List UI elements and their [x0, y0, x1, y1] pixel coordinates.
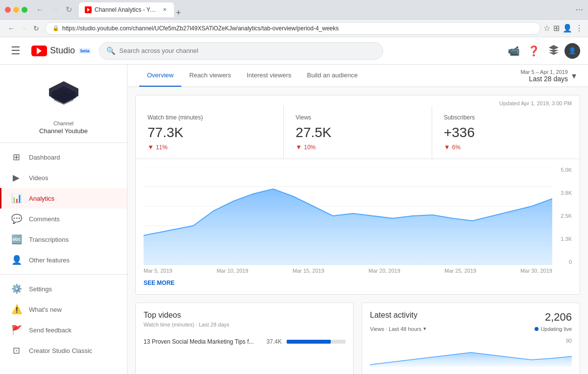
layers-button[interactable] [545, 41, 563, 60]
x-label-2: Mar 10, 2019 [217, 268, 248, 274]
browser-menu-icons: ⋯ [575, 5, 583, 14]
sidebar-item-other[interactable]: 👤 Other features [0, 250, 127, 270]
latest-activity-value: 2,206 [545, 311, 572, 324]
sidebar-channel-info: Channel Channel Youtube [0, 65, 127, 143]
sidebar-label-whats-new: What's new [29, 306, 62, 313]
top-videos-subtitle: Watch time (minutes) · Last 28 days [144, 322, 345, 327]
extensions-button[interactable]: ⊞ [553, 23, 560, 33]
other-icon: 👤 [11, 255, 21, 265]
x-label-3: Mar 15, 2019 [293, 268, 324, 274]
videos-icon: ▶ [11, 172, 21, 183]
stats-cards: Watch time (minutes) 77.3K ▼ 11% Views 2… [136, 106, 580, 159]
addr-back[interactable]: ← [5, 23, 18, 34]
date-range-period: Last 28 days [520, 75, 568, 83]
sidebar-item-analytics[interactable]: 📊 Analytics [0, 188, 127, 209]
latest-activity-header: Latest activity 2,206 [370, 311, 572, 324]
delta-value-watchtime: 11% [156, 144, 168, 151]
help-button[interactable]: ❓ [525, 42, 543, 60]
stat-delta-watchtime: ▼ 11% [147, 143, 271, 151]
sidebar-item-whats-new[interactable]: ⚠️ What's new [0, 299, 127, 320]
tab-interest[interactable]: Interest viewers [239, 65, 299, 87]
stat-card-views: Views 27.5K ▼ 10% [284, 106, 432, 159]
date-range-info: Mar 5 – Apr 1, 2019 Last 28 days [520, 69, 568, 83]
search-bar[interactable]: 🔍 [99, 42, 383, 60]
delta-arrow-views: ▼ [295, 143, 302, 151]
active-tab[interactable]: Channel Analytics - YouTube S... ✕ [79, 2, 174, 17]
sidebar-item-transcriptions[interactable]: 🔤 Transcriptions [0, 229, 127, 250]
dot-yellow[interactable] [13, 7, 19, 13]
sidebar-label-dashboard: Dashboard [29, 154, 60, 161]
reload-button[interactable]: ↻ [63, 4, 75, 15]
yt-icon [31, 46, 47, 56]
date-range-selector[interactable]: Mar 5 – Apr 1, 2019 Last 28 days ▾ [520, 65, 576, 87]
tab-audience[interactable]: Build an audience [299, 65, 366, 87]
sidebar-item-comments[interactable]: 💬 Comments [0, 209, 127, 229]
sidebar-label-other: Other features [29, 257, 70, 264]
sidebar-item-videos[interactable]: ▶ Videos [0, 167, 127, 188]
x-label-5: Mar 25, 2019 [444, 268, 476, 274]
tab-title: Channel Analytics - YouTube S... [95, 6, 158, 13]
tab-favicon [85, 6, 92, 13]
stat-label-views: Views [295, 114, 419, 121]
video-bar-container [287, 340, 345, 344]
top-videos-header: Top videos [144, 311, 345, 320]
latest-activity-title: Latest activity [370, 311, 417, 320]
sidebar-item-settings[interactable]: ⚙️ Settings [0, 279, 127, 299]
sidebar-nav: ⊞ Dashboard ▶ Videos 📊 Analytics 💬 Comme… [0, 143, 127, 374]
top-bar: ☰ Studiobeta 🔍 📹 ❓ 👤 [0, 37, 588, 65]
app-container: ☰ Studiobeta 🔍 📹 ❓ 👤 [0, 37, 588, 374]
more-button[interactable]: ⋮ [575, 23, 583, 33]
lock-icon: 🔒 [52, 25, 59, 31]
addr-forward[interactable]: → [18, 23, 30, 34]
tab-reach[interactable]: Reach viewers [181, 65, 239, 87]
y-axis-labels: 5.0K 3.8K 2.5K 1.3K 0 [552, 167, 572, 265]
comments-icon: 💬 [11, 213, 21, 224]
search-input[interactable] [120, 47, 376, 54]
analytics-chart [144, 167, 552, 265]
sidebar-item-dashboard[interactable]: ⊞ Dashboard [0, 147, 127, 167]
forward-button[interactable]: → [48, 4, 62, 15]
create-video-button[interactable]: 📹 [505, 42, 523, 60]
dashboard-icon: ⊞ [11, 152, 21, 163]
activity-chart: 90 [370, 338, 572, 367]
yt-logo[interactable]: Studiobeta [31, 46, 91, 56]
x-label-4: Mar 20, 2019 [368, 268, 400, 274]
bookmark-button[interactable]: ☆ [543, 23, 550, 33]
channel-name: Channel Youtube [39, 127, 88, 135]
x-label-1: Mar 5, 2019 [144, 268, 172, 274]
delta-arrow-watchtime: ▼ [147, 143, 154, 151]
address-input[interactable]: 🔒 https://studio.youtube.com/channel/UCf… [45, 22, 540, 35]
channel-name-label: Channel [53, 120, 74, 126]
x-label-6: Mar 30, 2019 [520, 268, 552, 274]
dot-red[interactable] [5, 7, 11, 13]
chevron-down-icon-activity[interactable]: ▾ [423, 326, 426, 332]
dot-green[interactable] [22, 7, 27, 13]
sidebar-item-classic[interactable]: ⊡ Creator Studio Classic [0, 340, 127, 361]
latest-activity-subtitle: Views · Last 48 hours ▾ [370, 326, 426, 332]
layers-icon [548, 44, 560, 56]
stat-value-subscribers: +336 [444, 125, 568, 140]
see-more-link[interactable]: SEE MORE [136, 278, 580, 294]
tab-overview[interactable]: Overview [139, 65, 181, 87]
delta-value-subscribers: 6% [452, 144, 461, 151]
hamburger-button[interactable]: ☰ [8, 44, 24, 58]
url-text: https://studio.youtube.com/channel/UCfe5… [62, 25, 339, 32]
addr-reload[interactable]: ↻ [30, 23, 42, 34]
stat-label-watchtime: Watch time (minutes) [147, 114, 271, 121]
back-button[interactable]: ← [33, 4, 47, 15]
new-tab-button[interactable]: + [176, 8, 181, 17]
tab-close-icon[interactable]: ✕ [161, 6, 168, 13]
x-axis-labels: Mar 5, 2019 Mar 10, 2019 Mar 15, 2019 Ma… [144, 265, 572, 278]
stat-card-watchtime: Watch time (minutes) 77.3K ▼ 11% [136, 106, 284, 159]
views-label: Views · Last 48 hours [370, 326, 421, 332]
stat-label-subscribers: Subscribers [444, 114, 568, 121]
stat-delta-subscribers: ▼ 6% [444, 143, 568, 151]
address-bar: ← → ↻ 🔒 https://studio.youtube.com/chann… [0, 20, 588, 37]
sidebar-item-feedback[interactable]: 🚩 Send feedback [0, 320, 127, 340]
browser-menu-icon[interactable]: ⋯ [575, 5, 583, 14]
avatar[interactable]: 👤 [564, 43, 580, 59]
analytics-icon: 📊 [11, 193, 21, 204]
profile-button[interactable]: 👤 [563, 23, 572, 33]
stat-value-views: 27.5K [295, 125, 419, 140]
feedback-icon: 🚩 [11, 325, 21, 335]
